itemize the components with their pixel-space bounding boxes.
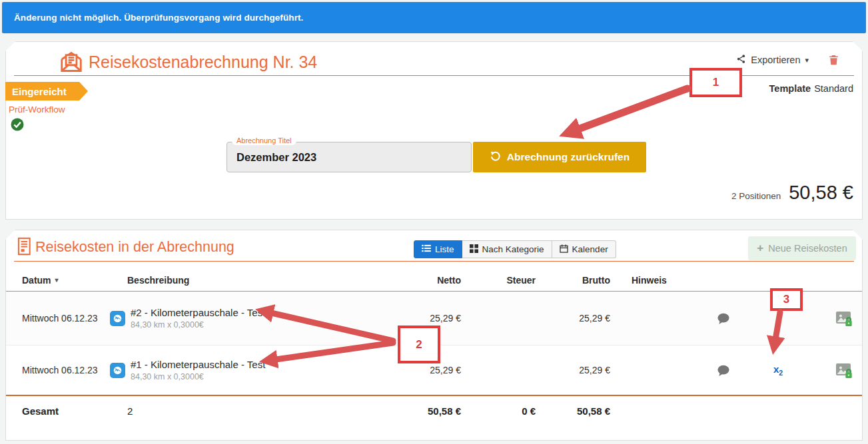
export-label: Exportieren (751, 55, 800, 65)
template-label: Template (769, 83, 811, 94)
undo-icon (490, 150, 501, 164)
x2-multiplier-icon[interactable]: x2 (773, 363, 783, 377)
table-header: Datum ▾ Beschreibung Netto Steuer Brutto… (6, 269, 862, 292)
page-title: Reisekostenabrechnung Nr. 34 (89, 53, 317, 72)
list-icon (422, 244, 431, 254)
column-header-datum[interactable]: Datum ▾ (17, 275, 110, 286)
attachment-locked-icon[interactable] (805, 362, 857, 379)
plus-icon: + (757, 242, 763, 255)
tab-kalender[interactable]: Kalender (552, 240, 616, 258)
row-description-cell[interactable]: #2 - Kilometerpauschale - Test 84,30 km … (110, 307, 393, 330)
annotation-box-3: 3 (770, 288, 803, 311)
report-total-amount: 50,58 € (789, 182, 853, 204)
title-input-label: Abrechnung Titel (232, 136, 296, 145)
column-header-beschreibung: Beschreibung (110, 275, 393, 286)
row-detail: 84,30 km x 0,3000€ (131, 372, 265, 381)
recall-report-button[interactable]: Abrechnung zurückrufen (473, 142, 646, 172)
title-field-wrap: Abrechnung Titel (226, 142, 472, 172)
column-header-steuer: Steuer (466, 275, 541, 286)
total-label: Gesamt (17, 405, 110, 417)
total-count: 2 (110, 405, 393, 417)
alert-banner-text: Änderung nicht möglich. Überprüfungsvorg… (14, 13, 303, 23)
calendar-icon (560, 244, 568, 255)
receipt-icon (15, 236, 33, 256)
row-description: #1 - Kilometerpauschale - Test (131, 359, 265, 370)
new-expense-label: Neue Reisekosten (768, 243, 847, 254)
new-expense-button[interactable]: + Neue Reisekosten (748, 236, 856, 260)
tab-liste[interactable]: Liste (414, 240, 462, 258)
column-header-brutto: Brutto (541, 275, 616, 286)
column-header-hinweis: Hinweis (616, 275, 695, 286)
receipt-mail-icon (59, 49, 84, 75)
row-netto: 25,29 € (393, 365, 466, 375)
row-description-cell[interactable]: #1 - Kilometerpauschale - Test 84,30 km … (110, 359, 393, 381)
workflow-label: Prüf-Workflow (9, 105, 65, 114)
annotation-box-2: 2 (398, 326, 440, 363)
table-total-row: Gesamt 2 50,58 € 0 € 50,58 € (6, 395, 862, 425)
attachment-locked-icon[interactable] (805, 310, 857, 327)
row-detail: 84,30 km x 0,3000€ (131, 320, 265, 330)
recall-button-label: Abrechnung zurückrufen (507, 151, 630, 163)
tab-liste-label: Liste (435, 244, 454, 254)
grid-icon (470, 244, 478, 255)
title-input[interactable] (226, 142, 472, 172)
column-header-netto: Netto (393, 275, 466, 286)
mileage-icon (110, 363, 125, 378)
view-tabs: Liste Nach Kategorie Kalender (414, 240, 616, 258)
mileage-icon (110, 311, 125, 326)
tab-kalender-label: Kalender (572, 244, 608, 254)
annotation-box-1: 1 (689, 68, 742, 97)
delete-report-button[interactable] (827, 53, 840, 67)
alert-banner: Änderung nicht möglich. Überprüfungsvorg… (2, 2, 866, 33)
sort-caret-icon: ▾ (55, 276, 59, 284)
total-steuer: 0 € (466, 405, 541, 417)
row-brutto: 25,29 € (541, 313, 616, 324)
row-description: #2 - Kilometerpauschale - Test (131, 307, 265, 318)
status-badge: Eingereicht (1, 82, 88, 101)
total-netto: 50,58 € (393, 405, 466, 417)
positions-count: 2 Positionen (731, 191, 781, 201)
title-field-row: Abrechnung Titel Abrechnung zurückrufen (226, 142, 646, 172)
row-brutto: 25,29 € (541, 365, 616, 375)
total-brutto: 50,58 € (541, 405, 616, 417)
workflow-check-icon (11, 118, 24, 131)
row-action-cell: x2 (751, 363, 805, 377)
comment-icon[interactable] (695, 312, 751, 325)
comment-icon[interactable] (695, 364, 751, 377)
row-date: Mittwoch 06.12.23 (17, 365, 110, 375)
row-netto: 25,29 € (393, 313, 466, 324)
chevron-down-icon: ▾ (805, 56, 809, 65)
positions-summary: 2 Positionen 50,58 € (731, 182, 853, 204)
share-icon (736, 54, 746, 66)
template-line: TemplateStandard (769, 83, 853, 94)
row-date: Mittwoch 06.12.23 (17, 313, 110, 324)
section-title: Reisekosten in der Abrechnung (35, 239, 234, 256)
section-divider (14, 261, 854, 262)
tab-nach-kategorie[interactable]: Nach Kategorie (462, 240, 552, 258)
tab-nach-kategorie-label: Nach Kategorie (482, 244, 544, 254)
template-value: Standard (814, 83, 853, 94)
export-button[interactable]: Exportieren ▾ (736, 54, 809, 66)
